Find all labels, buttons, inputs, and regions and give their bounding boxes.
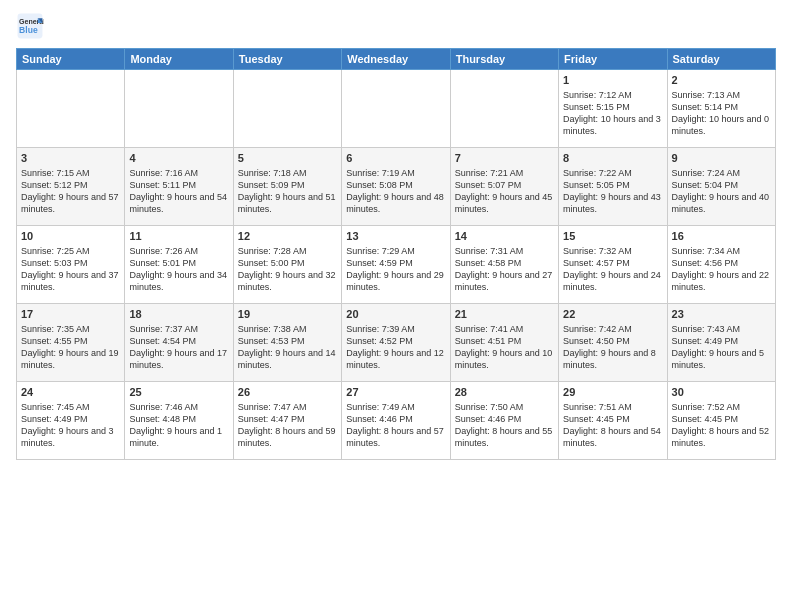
day-info: Sunrise: 7:41 AMSunset: 4:51 PMDaylight:… bbox=[455, 323, 554, 372]
day-info: Sunrise: 7:43 AMSunset: 4:49 PMDaylight:… bbox=[672, 323, 771, 372]
calendar-cell: 21Sunrise: 7:41 AMSunset: 4:51 PMDayligh… bbox=[450, 304, 558, 382]
calendar-header-tuesday: Tuesday bbox=[233, 49, 341, 70]
day-info: Sunrise: 7:24 AMSunset: 5:04 PMDaylight:… bbox=[672, 167, 771, 216]
day-number: 20 bbox=[346, 307, 445, 322]
day-number: 4 bbox=[129, 151, 228, 166]
day-info: Sunrise: 7:16 AMSunset: 5:11 PMDaylight:… bbox=[129, 167, 228, 216]
day-info: Sunrise: 7:28 AMSunset: 5:00 PMDaylight:… bbox=[238, 245, 337, 294]
day-number: 19 bbox=[238, 307, 337, 322]
day-number: 16 bbox=[672, 229, 771, 244]
day-number: 8 bbox=[563, 151, 662, 166]
day-info: Sunrise: 7:12 AMSunset: 5:15 PMDaylight:… bbox=[563, 89, 662, 138]
day-info: Sunrise: 7:25 AMSunset: 5:03 PMDaylight:… bbox=[21, 245, 120, 294]
page-header: General Blue bbox=[16, 12, 776, 40]
day-number: 24 bbox=[21, 385, 120, 400]
calendar-cell bbox=[342, 70, 450, 148]
calendar-week-row: 17Sunrise: 7:35 AMSunset: 4:55 PMDayligh… bbox=[17, 304, 776, 382]
calendar-cell: 22Sunrise: 7:42 AMSunset: 4:50 PMDayligh… bbox=[559, 304, 667, 382]
calendar-cell: 20Sunrise: 7:39 AMSunset: 4:52 PMDayligh… bbox=[342, 304, 450, 382]
day-info: Sunrise: 7:46 AMSunset: 4:48 PMDaylight:… bbox=[129, 401, 228, 450]
day-info: Sunrise: 7:37 AMSunset: 4:54 PMDaylight:… bbox=[129, 323, 228, 372]
day-info: Sunrise: 7:39 AMSunset: 4:52 PMDaylight:… bbox=[346, 323, 445, 372]
day-number: 11 bbox=[129, 229, 228, 244]
day-number: 30 bbox=[672, 385, 771, 400]
day-info: Sunrise: 7:18 AMSunset: 5:09 PMDaylight:… bbox=[238, 167, 337, 216]
svg-text:Blue: Blue bbox=[19, 25, 38, 35]
calendar-cell: 23Sunrise: 7:43 AMSunset: 4:49 PMDayligh… bbox=[667, 304, 775, 382]
calendar-cell: 4Sunrise: 7:16 AMSunset: 5:11 PMDaylight… bbox=[125, 148, 233, 226]
day-number: 3 bbox=[21, 151, 120, 166]
day-info: Sunrise: 7:34 AMSunset: 4:56 PMDaylight:… bbox=[672, 245, 771, 294]
day-number: 22 bbox=[563, 307, 662, 322]
calendar-cell: 18Sunrise: 7:37 AMSunset: 4:54 PMDayligh… bbox=[125, 304, 233, 382]
calendar-cell: 19Sunrise: 7:38 AMSunset: 4:53 PMDayligh… bbox=[233, 304, 341, 382]
calendar-cell: 7Sunrise: 7:21 AMSunset: 5:07 PMDaylight… bbox=[450, 148, 558, 226]
calendar-cell: 25Sunrise: 7:46 AMSunset: 4:48 PMDayligh… bbox=[125, 382, 233, 460]
day-info: Sunrise: 7:35 AMSunset: 4:55 PMDaylight:… bbox=[21, 323, 120, 372]
day-number: 18 bbox=[129, 307, 228, 322]
day-number: 25 bbox=[129, 385, 228, 400]
calendar-week-row: 10Sunrise: 7:25 AMSunset: 5:03 PMDayligh… bbox=[17, 226, 776, 304]
day-number: 27 bbox=[346, 385, 445, 400]
calendar-cell: 24Sunrise: 7:45 AMSunset: 4:49 PMDayligh… bbox=[17, 382, 125, 460]
calendar-header-thursday: Thursday bbox=[450, 49, 558, 70]
day-info: Sunrise: 7:32 AMSunset: 4:57 PMDaylight:… bbox=[563, 245, 662, 294]
day-number: 10 bbox=[21, 229, 120, 244]
calendar-week-row: 1Sunrise: 7:12 AMSunset: 5:15 PMDaylight… bbox=[17, 70, 776, 148]
calendar-cell: 12Sunrise: 7:28 AMSunset: 5:00 PMDayligh… bbox=[233, 226, 341, 304]
calendar-week-row: 3Sunrise: 7:15 AMSunset: 5:12 PMDaylight… bbox=[17, 148, 776, 226]
calendar-cell: 6Sunrise: 7:19 AMSunset: 5:08 PMDaylight… bbox=[342, 148, 450, 226]
calendar-cell: 16Sunrise: 7:34 AMSunset: 4:56 PMDayligh… bbox=[667, 226, 775, 304]
calendar-header-saturday: Saturday bbox=[667, 49, 775, 70]
calendar-cell: 1Sunrise: 7:12 AMSunset: 5:15 PMDaylight… bbox=[559, 70, 667, 148]
day-info: Sunrise: 7:21 AMSunset: 5:07 PMDaylight:… bbox=[455, 167, 554, 216]
calendar-cell: 26Sunrise: 7:47 AMSunset: 4:47 PMDayligh… bbox=[233, 382, 341, 460]
calendar-cell: 3Sunrise: 7:15 AMSunset: 5:12 PMDaylight… bbox=[17, 148, 125, 226]
page-container: General Blue SundayMondayTuesdayWednesda… bbox=[0, 0, 792, 612]
calendar-header-friday: Friday bbox=[559, 49, 667, 70]
calendar-cell: 10Sunrise: 7:25 AMSunset: 5:03 PMDayligh… bbox=[17, 226, 125, 304]
calendar-cell: 17Sunrise: 7:35 AMSunset: 4:55 PMDayligh… bbox=[17, 304, 125, 382]
day-info: Sunrise: 7:15 AMSunset: 5:12 PMDaylight:… bbox=[21, 167, 120, 216]
calendar-table: SundayMondayTuesdayWednesdayThursdayFrid… bbox=[16, 48, 776, 460]
calendar-header-wednesday: Wednesday bbox=[342, 49, 450, 70]
calendar-cell bbox=[17, 70, 125, 148]
day-number: 15 bbox=[563, 229, 662, 244]
calendar-cell: 27Sunrise: 7:49 AMSunset: 4:46 PMDayligh… bbox=[342, 382, 450, 460]
day-info: Sunrise: 7:45 AMSunset: 4:49 PMDaylight:… bbox=[21, 401, 120, 450]
day-number: 1 bbox=[563, 73, 662, 88]
day-info: Sunrise: 7:13 AMSunset: 5:14 PMDaylight:… bbox=[672, 89, 771, 138]
day-info: Sunrise: 7:31 AMSunset: 4:58 PMDaylight:… bbox=[455, 245, 554, 294]
calendar-cell: 5Sunrise: 7:18 AMSunset: 5:09 PMDaylight… bbox=[233, 148, 341, 226]
day-number: 2 bbox=[672, 73, 771, 88]
day-info: Sunrise: 7:22 AMSunset: 5:05 PMDaylight:… bbox=[563, 167, 662, 216]
calendar-cell bbox=[233, 70, 341, 148]
day-number: 23 bbox=[672, 307, 771, 322]
day-number: 7 bbox=[455, 151, 554, 166]
calendar-cell bbox=[450, 70, 558, 148]
calendar-cell bbox=[125, 70, 233, 148]
day-info: Sunrise: 7:42 AMSunset: 4:50 PMDaylight:… bbox=[563, 323, 662, 372]
day-number: 13 bbox=[346, 229, 445, 244]
day-info: Sunrise: 7:49 AMSunset: 4:46 PMDaylight:… bbox=[346, 401, 445, 450]
calendar-cell: 13Sunrise: 7:29 AMSunset: 4:59 PMDayligh… bbox=[342, 226, 450, 304]
calendar-cell: 14Sunrise: 7:31 AMSunset: 4:58 PMDayligh… bbox=[450, 226, 558, 304]
calendar-week-row: 24Sunrise: 7:45 AMSunset: 4:49 PMDayligh… bbox=[17, 382, 776, 460]
day-number: 26 bbox=[238, 385, 337, 400]
calendar-cell: 28Sunrise: 7:50 AMSunset: 4:46 PMDayligh… bbox=[450, 382, 558, 460]
day-info: Sunrise: 7:38 AMSunset: 4:53 PMDaylight:… bbox=[238, 323, 337, 372]
day-info: Sunrise: 7:29 AMSunset: 4:59 PMDaylight:… bbox=[346, 245, 445, 294]
calendar-cell: 15Sunrise: 7:32 AMSunset: 4:57 PMDayligh… bbox=[559, 226, 667, 304]
day-info: Sunrise: 7:19 AMSunset: 5:08 PMDaylight:… bbox=[346, 167, 445, 216]
day-number: 28 bbox=[455, 385, 554, 400]
calendar-header-monday: Monday bbox=[125, 49, 233, 70]
calendar-header-sunday: Sunday bbox=[17, 49, 125, 70]
day-number: 6 bbox=[346, 151, 445, 166]
day-number: 5 bbox=[238, 151, 337, 166]
logo: General Blue bbox=[16, 12, 48, 40]
day-number: 14 bbox=[455, 229, 554, 244]
calendar-cell: 9Sunrise: 7:24 AMSunset: 5:04 PMDaylight… bbox=[667, 148, 775, 226]
day-number: 17 bbox=[21, 307, 120, 322]
day-number: 21 bbox=[455, 307, 554, 322]
logo-icon: General Blue bbox=[16, 12, 44, 40]
